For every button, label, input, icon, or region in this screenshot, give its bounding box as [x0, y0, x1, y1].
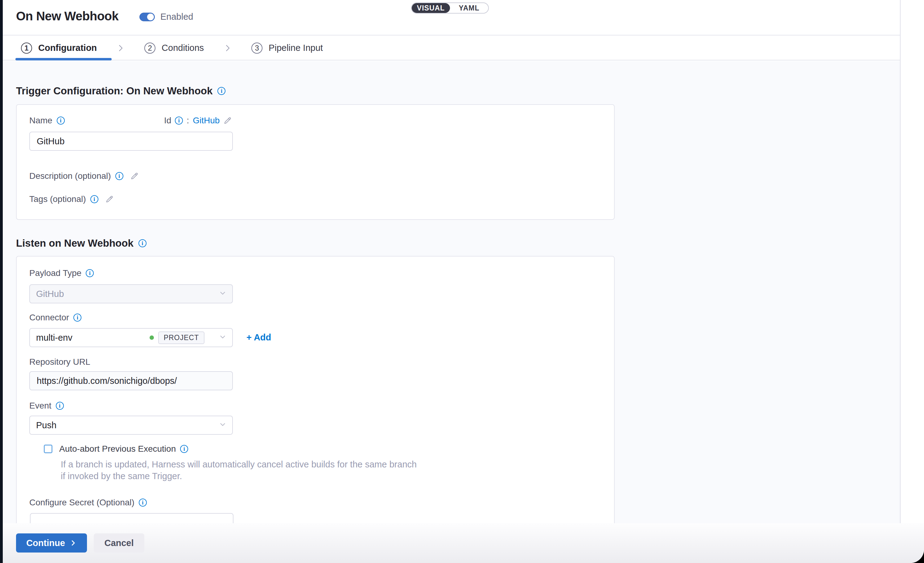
name-input[interactable]: [29, 132, 233, 151]
wizard-stepper: 1 Configuration 2 Conditions 3 Pipeline …: [3, 36, 900, 60]
name-label: Name: [29, 115, 52, 126]
event-label-row: Event i: [29, 401, 64, 411]
id-row: Id i : GitHub: [164, 115, 232, 126]
chevron-down-icon: [219, 333, 226, 342]
edit-icon[interactable]: [130, 172, 139, 180]
visual-yaml-switch: VISUAL YAML: [411, 3, 489, 13]
enabled-label: Enabled: [160, 12, 193, 22]
name-label-row: Name i: [29, 115, 65, 126]
event-value: Push: [36, 420, 57, 430]
listen-card: Payload Type i GitHub Connector i multi-…: [16, 256, 615, 563]
connector-status-dot: [150, 335, 154, 340]
info-icon[interactable]: i: [74, 314, 81, 322]
trigger-configuration-card: Name i Id i : GitHub Description (option…: [16, 104, 615, 220]
step-number: 2: [144, 43, 156, 54]
connector-value: multi-env: [36, 333, 72, 343]
chevron-right-icon: [69, 539, 77, 547]
active-step-underline: [15, 58, 112, 60]
info-icon[interactable]: i: [90, 195, 98, 203]
payload-type-select[interactable]: GitHub: [29, 284, 233, 303]
connector-label-row: Connector i: [29, 313, 81, 322]
repo-url-input[interactable]: [29, 371, 233, 390]
continue-button[interactable]: Continue: [16, 533, 87, 553]
tags-row: Tags (optional) i: [29, 194, 114, 204]
payload-type-label-row: Payload Type i: [29, 268, 94, 278]
auto-abort-help-line1: If a branch is updated, Harness will aut…: [61, 459, 417, 470]
step-conditions[interactable]: 2 Conditions: [144, 43, 204, 54]
cancel-label: Cancel: [104, 538, 134, 548]
edit-icon[interactable]: [223, 116, 232, 125]
info-icon[interactable]: i: [57, 117, 65, 124]
tags-label: Tags (optional): [29, 194, 86, 204]
chevron-right-icon: [223, 43, 232, 53]
enabled-toggle[interactable]: [140, 13, 155, 21]
chevron-right-icon: [116, 43, 125, 53]
step-number: 3: [251, 43, 262, 54]
id-label: Id: [164, 115, 171, 126]
auto-abort-checkbox[interactable]: [44, 445, 52, 453]
chevron-down-icon: [219, 421, 226, 430]
enabled-toggle-row: Enabled: [140, 12, 193, 22]
chevron-down-icon: [219, 289, 226, 298]
id-separator: :: [187, 115, 189, 126]
tab-visual[interactable]: VISUAL: [412, 3, 450, 13]
info-icon[interactable]: i: [56, 402, 64, 410]
trigger-wizard-window: On New Webhook Enabled VISUAL YAML 1 Con…: [0, 0, 924, 563]
wizard-footer: Continue Cancel: [0, 523, 924, 563]
secret-label: Configure Secret (Optional): [29, 498, 135, 508]
secret-label-row: Configure Secret (Optional) i: [29, 498, 147, 508]
listen-heading: Listen on New Webhook i: [16, 237, 147, 249]
auto-abort-label: Auto-abort Previous Execution: [59, 444, 176, 454]
edit-icon[interactable]: [105, 195, 114, 204]
toggle-knob: [147, 13, 154, 20]
tab-yaml[interactable]: YAML: [450, 3, 488, 13]
continue-label: Continue: [26, 538, 65, 548]
info-icon[interactable]: i: [139, 499, 147, 506]
payload-type-value: GitHub: [36, 289, 64, 299]
step-label: Pipeline Input: [268, 43, 323, 53]
description-row: Description (optional) i: [29, 171, 139, 181]
step-label: Conditions: [162, 43, 204, 53]
info-icon[interactable]: i: [86, 269, 94, 277]
connector-label: Connector: [29, 313, 69, 322]
info-icon[interactable]: i: [138, 239, 147, 247]
info-icon[interactable]: i: [175, 117, 183, 124]
payload-type-label: Payload Type: [29, 268, 81, 278]
auto-abort-help-line2: if invoked by the same Trigger.: [61, 470, 182, 482]
configuration-panel: Trigger Configuration: On New Webhook i …: [3, 61, 900, 563]
event-label: Event: [29, 401, 51, 411]
info-icon[interactable]: i: [180, 445, 188, 453]
heading-text: Trigger Configuration: On New Webhook: [16, 85, 213, 97]
trigger-configuration-heading: Trigger Configuration: On New Webhook i: [16, 85, 225, 97]
right-gutter: [900, 0, 924, 563]
step-label: Configuration: [38, 43, 97, 53]
connector-select[interactable]: multi-env PROJECT: [29, 328, 233, 347]
step-pipeline-input[interactable]: 3 Pipeline Input: [251, 43, 323, 54]
info-icon[interactable]: i: [218, 87, 225, 95]
repo-url-label: Repository URL: [29, 357, 90, 367]
info-icon[interactable]: i: [116, 172, 123, 180]
connector-scope-badge: PROJECT: [158, 331, 204, 344]
id-value-link[interactable]: GitHub: [193, 115, 220, 126]
collapsed-sidebar-edge: [0, 0, 3, 563]
page-title: On New Webhook: [16, 9, 118, 23]
step-configuration[interactable]: 1 Configuration: [21, 43, 97, 54]
repo-url-label-row: Repository URL: [29, 357, 90, 367]
event-select[interactable]: Push: [29, 416, 233, 435]
cancel-button[interactable]: Cancel: [94, 533, 144, 553]
header: On New Webhook Enabled VISUAL YAML: [3, 0, 900, 36]
step-number: 1: [21, 43, 32, 54]
add-connector-button[interactable]: + Add: [246, 332, 271, 343]
description-label: Description (optional): [29, 171, 111, 181]
heading-text: Listen on New Webhook: [16, 237, 134, 249]
auto-abort-row: Auto-abort Previous Execution i: [44, 444, 188, 454]
